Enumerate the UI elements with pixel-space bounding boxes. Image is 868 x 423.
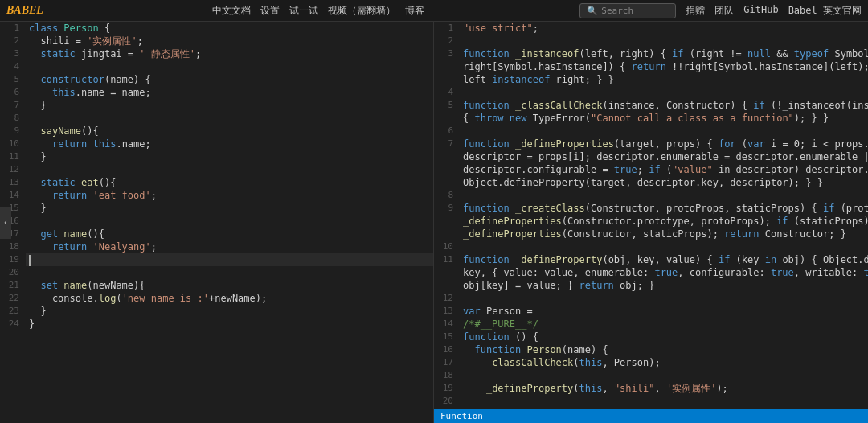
table-row: 11function _defineProperty(obj, key, val… (434, 253, 868, 266)
line-number: 1 (0, 22, 26, 35)
right-code-area[interactable]: 1"use strict";23function _instanceof(lef… (434, 22, 868, 423)
line-number (434, 112, 460, 125)
line-number: 1 (434, 22, 460, 35)
line-number: 16 (434, 343, 460, 356)
nav-right-links: 捐赠 团队 GitHub Babel 英文官网 (686, 4, 862, 18)
line-content: } (26, 202, 433, 215)
line-content (460, 292, 868, 305)
left-code-panel: 1class Person {2 shili = '实例属性';3 static… (0, 22, 434, 423)
table-row: 8 (434, 189, 868, 202)
nav-link-settings[interactable]: 设置 (260, 4, 280, 18)
line-number: 19 (434, 382, 460, 395)
table-row: 20 (434, 395, 868, 408)
table-row: 17 _classCallCheck(this, Person); (434, 356, 868, 369)
line-content (26, 266, 433, 279)
table-row: 3function _instanceof(left, right) { if … (434, 47, 868, 60)
nav-link-video[interactable]: 视频（需翻墙） (328, 4, 395, 18)
line-content: } (26, 99, 433, 112)
line-content: left instanceof right; } } (460, 73, 868, 86)
line-number: 20 (0, 266, 26, 279)
nav-link-blog[interactable]: 博客 (405, 4, 424, 18)
line-content: sayName(){ (26, 125, 433, 138)
line-content (460, 395, 868, 408)
table-row: obj[key] = value; } return obj; } (434, 279, 868, 292)
table-row: 9 sayName(){ (0, 125, 433, 138)
nav-links: 中文文档 设置 试一试 视频（需翻墙） 博客 (56, 4, 579, 18)
nav-link-docs[interactable]: 中文文档 (212, 4, 251, 18)
nav-babel-en[interactable]: Babel 英文官网 (788, 4, 862, 18)
line-number: 7 (434, 138, 460, 150)
table-row: 15function () { (434, 331, 868, 343)
line-number: 18 (0, 240, 26, 253)
table-row: 10 return this.name; (0, 138, 433, 150)
table-row: 13var Person = (434, 305, 868, 318)
line-number: 5 (434, 99, 460, 112)
line-number: 15 (434, 331, 460, 343)
table-row: right[Symbol.hasInstance]) { return !!ri… (434, 60, 868, 73)
line-number (434, 266, 460, 279)
babel-logo: BABEL (6, 4, 43, 17)
nav-github[interactable]: GitHub (743, 4, 778, 18)
table-row: descriptor = props[i]; descriptor.enumer… (434, 150, 868, 163)
line-content (460, 86, 868, 99)
table-row: 6 (434, 125, 868, 138)
line-number: 4 (0, 60, 26, 73)
line-number: 24 (0, 318, 26, 331)
line-content: } (26, 318, 433, 331)
line-number: 22 (0, 292, 26, 305)
table-row: 12 (0, 163, 433, 176)
line-content: get name(){ (26, 228, 433, 240)
line-content: descriptor.configurable = true; if ("val… (460, 163, 868, 176)
left-panel-toggle[interactable]: ‹ (0, 207, 11, 239)
line-number (434, 150, 460, 163)
line-number: 23 (0, 305, 26, 318)
line-number (434, 163, 460, 176)
table-row: _defineProperties(Constructor.prototype,… (434, 215, 868, 228)
line-number: 11 (0, 150, 26, 163)
nav-donate[interactable]: 捐赠 (686, 4, 705, 18)
line-number: 20 (434, 395, 460, 408)
left-code-area[interactable]: 1class Person {2 shili = '实例属性';3 static… (0, 22, 433, 423)
line-content: static jingtai = ' 静态属性'; (26, 47, 433, 60)
line-content: function _instanceof(left, right) { if (… (460, 47, 868, 60)
table-row: 22 console.log('new name is :'+newName); (0, 292, 433, 305)
line-content: console.log('new name is :'+newName); (26, 292, 433, 305)
line-content: function Person(name) { (460, 343, 868, 356)
line-content: function _defineProperties(target, props… (460, 138, 868, 150)
line-number: 3 (0, 47, 26, 60)
table-row: 6 this.name = name; (0, 86, 433, 99)
table-row: 14/*#__PURE__*/ (434, 318, 868, 331)
table-row: 4 (434, 86, 868, 99)
line-number: 12 (0, 163, 26, 176)
line-content (26, 253, 433, 266)
line-content: _defineProperty(this, "shili", '实例属性'); (460, 382, 868, 395)
nav-team[interactable]: 团队 (714, 4, 734, 18)
table-row: 16 (0, 215, 433, 228)
table-row: 24} (0, 318, 433, 331)
line-content: } (26, 150, 433, 163)
line-content: _classCallCheck(this, Person); (460, 356, 868, 369)
line-number: 5 (0, 73, 26, 86)
line-content: right[Symbol.hasInstance]) { return !!ri… (460, 60, 868, 73)
line-content (26, 60, 433, 73)
function-label: Function (434, 409, 868, 423)
search-box[interactable]: 🔍 Search (579, 3, 676, 18)
table-row: 5function _classCallCheck(instance, Cons… (434, 99, 868, 112)
line-number: 6 (434, 125, 460, 138)
line-content: function _classCallCheck(instance, Const… (460, 99, 868, 112)
line-number: 2 (434, 35, 460, 47)
table-row: 4 (0, 60, 433, 73)
table-row: Object.defineProperty(target, descriptor… (434, 176, 868, 189)
nav-link-try[interactable]: 试一试 (289, 4, 318, 18)
table-row: 18 (434, 369, 868, 382)
line-content (26, 112, 433, 125)
table-row: _defineProperties(Constructor, staticPro… (434, 228, 868, 240)
line-content: _defineProperties(Constructor.prototype,… (460, 215, 868, 228)
line-content: function _createClass(Constructor, proto… (460, 202, 868, 215)
table-row: 2 (434, 35, 868, 47)
line-content: return 'eat food'; (26, 189, 433, 202)
line-number: 19 (0, 253, 26, 266)
table-row: 7 } (0, 99, 433, 112)
line-number: 4 (434, 86, 460, 99)
line-number: 11 (434, 253, 460, 266)
